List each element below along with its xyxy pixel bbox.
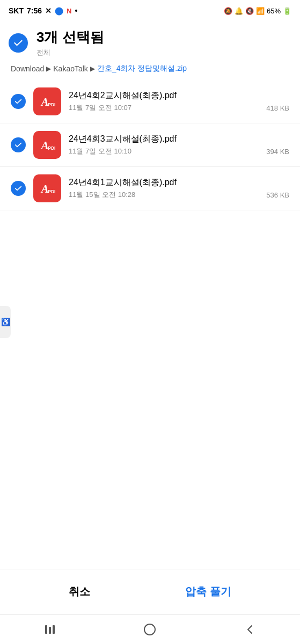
file-item[interactable]: A PDF 24년4회3교시해설(최종).pdf 11월 7일 오전 10:10… (0, 123, 300, 167)
file-size-1: 418 KB (266, 104, 289, 112)
file-meta-1: 11월 7일 오전 10:07 418 KB (69, 103, 289, 113)
svg-rect-7 (49, 627, 51, 634)
pdf-icon-1: A PDF (33, 87, 61, 115)
breadcrumb-sep-1: ▶ (46, 65, 51, 72)
breadcrumb-sep-2: ▶ (90, 65, 95, 72)
breadcrumb-kakaotalk[interactable]: KakaoTalk (53, 64, 88, 73)
pdf-icon-3: A PDF (33, 174, 61, 202)
cancel-button[interactable]: 취소 (53, 580, 106, 603)
navigation-bar (0, 614, 300, 644)
nav-home-button[interactable] (137, 617, 163, 642)
accessibility-icon: ♿ (1, 318, 10, 326)
svg-text:A: A (40, 96, 49, 108)
bottom-actions: 취소 압축 풀기 (0, 569, 300, 614)
all-label: 전체 (36, 48, 104, 57)
file-meta-3: 11월 15일 오전 10:28 536 KB (69, 190, 289, 200)
breadcrumb-download[interactable]: Download (11, 64, 44, 73)
file-item[interactable]: A PDF 24년4회2교시해설(최종).pdf 11월 7일 오전 10:07… (0, 80, 300, 123)
file-info-2: 24년4회3교시해설(최종).pdf 11월 7일 오전 10:10 394 K… (69, 134, 289, 157)
file-info-1: 24년4회2교시해설(최종).pdf 11월 7일 오전 10:07 418 K… (69, 90, 289, 113)
file-name-3: 24년4회1교시해설(최종).pdf (69, 177, 289, 188)
status-left: SKT 7:56 ✕ ⬤ N • (9, 6, 77, 15)
svg-rect-6 (45, 625, 47, 634)
file-item[interactable]: A PDF 24년4회1교시해설(최종).pdf 11월 15일 오전 10:2… (0, 167, 300, 210)
header: 3개 선택됨 전체 (0, 21, 300, 62)
nav-back-button[interactable] (237, 617, 263, 642)
breadcrumb: Download ▶ KakaoTalk ▶ 간호_4회차 정답및해설.zip (0, 62, 300, 80)
pdf-icon-2: A PDF (33, 131, 61, 159)
nav-recents-button[interactable] (37, 617, 63, 642)
svg-text:PDF: PDF (48, 189, 56, 194)
header-text: 3개 선택됨 전체 (36, 28, 104, 57)
x-icon: ✕ (45, 6, 52, 15)
selected-count-label: 3개 선택됨 (36, 28, 104, 47)
svg-text:PDF: PDF (48, 103, 56, 107)
extract-button[interactable]: 압축 풀기 (169, 580, 247, 603)
file-name-1: 24년4회2교시해설(최종).pdf (69, 90, 289, 101)
select-all-checkbox[interactable] (9, 33, 28, 53)
n-icon: N (67, 7, 71, 15)
file-list: A PDF 24년4회2교시해설(최종).pdf 11월 7일 오전 10:07… (0, 80, 300, 210)
file-checkbox-2[interactable] (11, 137, 26, 152)
svg-text:A: A (40, 182, 49, 195)
file-size-2: 394 KB (266, 148, 289, 156)
file-name-2: 24년4회3교시해설(최종).pdf (69, 134, 289, 145)
status-right: 🔕 🔔 🔇 📶 65% 🔋 (224, 7, 291, 15)
dot-icon: • (75, 6, 77, 15)
file-meta-2: 11월 7일 오전 10:10 394 KB (69, 147, 289, 156)
file-date-3: 11월 15일 오전 10:28 (69, 190, 135, 200)
battery-icon: 🔋 (283, 7, 291, 15)
signal-icon: 🔕 (224, 7, 232, 15)
svg-point-9 (144, 624, 155, 635)
time-label: 7:56 (27, 6, 42, 15)
file-date-2: 11월 7일 오전 10:10 (69, 147, 131, 156)
file-size-3: 536 KB (266, 191, 289, 199)
svg-text:PDF: PDF (48, 146, 56, 151)
accessibility-button[interactable]: ♿ (0, 306, 11, 338)
mute-icon: 🔇 (245, 7, 254, 15)
file-checkbox-1[interactable] (11, 94, 26, 109)
alarm-icon: 🔔 (235, 7, 243, 15)
carrier-label: SKT (9, 6, 24, 15)
status-bar: SKT 7:56 ✕ ⬤ N • 🔕 🔔 🔇 📶 65% 🔋 (0, 0, 300, 21)
breadcrumb-current[interactable]: 간호_4회차 정답및해설.zip (97, 64, 187, 74)
battery-label: 65% (267, 7, 281, 15)
svg-rect-8 (53, 625, 55, 634)
notification-icon: ⬤ (55, 6, 63, 15)
file-date-1: 11월 7일 오전 10:07 (69, 103, 131, 113)
file-info-3: 24년4회1교시해설(최종).pdf 11월 15일 오전 10:28 536 … (69, 177, 289, 200)
svg-text:A: A (40, 139, 49, 152)
file-checkbox-3[interactable] (11, 181, 26, 196)
wifi-icon: 📶 (256, 7, 265, 15)
